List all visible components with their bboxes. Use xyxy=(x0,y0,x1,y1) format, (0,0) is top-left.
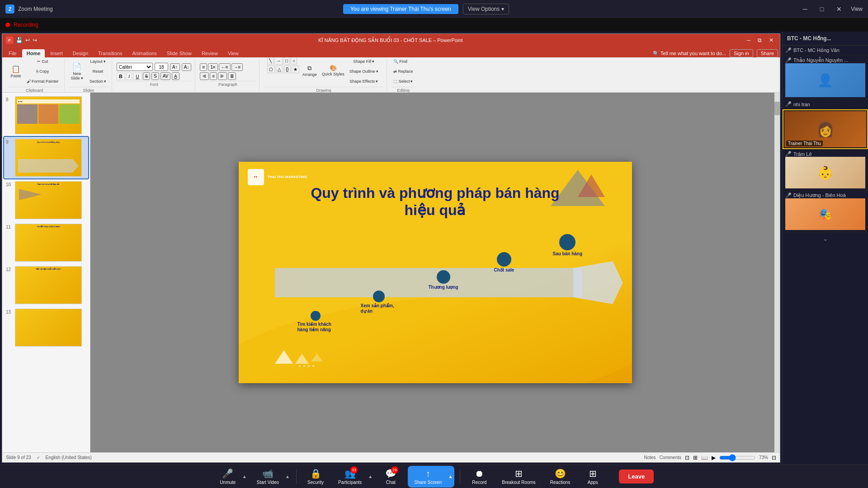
share-screen-button[interactable]: ↑ Share Screen xyxy=(409,467,447,487)
ppt-restore-button[interactable]: ⧉ xyxy=(755,37,764,44)
tab-animations[interactable]: Animations xyxy=(127,49,161,57)
slide-thumb-13[interactable]: 13 xyxy=(4,307,88,348)
fit-slide-button[interactable]: ⊡ xyxy=(772,455,776,461)
save-button[interactable]: 💾 xyxy=(16,37,23,43)
shape-rect-button[interactable]: □ xyxy=(283,57,290,65)
underline-button[interactable]: U xyxy=(133,73,142,80)
quick-styles-button[interactable]: 🎨 Quick Styles xyxy=(320,57,346,84)
shape-star-button[interactable]: ★ xyxy=(292,66,299,73)
video-caret[interactable]: ▲ xyxy=(284,473,291,480)
slide-thumb-8[interactable]: 8 ■ ■ ■ xyxy=(4,94,88,136)
zoom-slider[interactable] xyxy=(719,454,755,461)
slideshow-button[interactable]: ▶ xyxy=(712,455,716,461)
new-slide-button[interactable]: 📄 NewSlide ▾ xyxy=(69,58,85,85)
reactions-button[interactable]: 😊 Reactions xyxy=(545,466,576,487)
tab-view[interactable]: View xyxy=(223,49,243,57)
layout-button[interactable]: Layout ▾ xyxy=(88,57,108,66)
shape-oval-button[interactable]: ○ xyxy=(291,57,297,65)
maximize-button[interactable]: □ xyxy=(816,5,827,14)
redo-button[interactable]: ↪ xyxy=(33,37,37,43)
arrange-button[interactable]: ⧉ Arrange xyxy=(301,57,319,84)
tab-home[interactable]: Home xyxy=(22,49,45,57)
notes-button[interactable]: Notes xyxy=(644,455,656,460)
decrease-indent-button[interactable]: ←≡ xyxy=(219,63,231,71)
paste-button[interactable]: 📋 Paste xyxy=(9,58,23,85)
vertical-scrollbar[interactable] xyxy=(774,93,780,452)
breakout-rooms-button[interactable]: ⊞ Breakout Rooms xyxy=(496,466,541,487)
close-button[interactable]: ✕ xyxy=(833,5,845,14)
font-size-input[interactable] xyxy=(155,63,168,71)
find-button[interactable]: 🔍 Find xyxy=(392,57,409,66)
slide-thumb-10[interactable]: 10 Mạnh tính hàng bất động sản xyxy=(4,179,88,221)
slide-sorter-button[interactable]: ⊞ xyxy=(693,455,698,461)
slide-thumb-9[interactable]: 9 Quy trình và phương pháp xyxy=(4,137,88,178)
bold-button[interactable]: B xyxy=(117,73,125,80)
replace-button[interactable]: ⇄ Replace xyxy=(392,67,415,76)
ppt-minimize-button[interactable]: ─ xyxy=(744,37,753,44)
section-button[interactable]: Section ▾ xyxy=(88,77,108,86)
tab-slideshow[interactable]: Slide Show xyxy=(162,49,196,57)
tab-file[interactable]: File xyxy=(4,49,21,57)
bullets-button[interactable]: ≡ xyxy=(200,63,207,71)
record-button[interactable]: ⏺ Record xyxy=(466,467,493,487)
align-right-button[interactable]: ⫸ xyxy=(218,72,227,80)
slide-thumb-11[interactable]: 11 THUYẾT PHỤC KHÁCH HÀNG xyxy=(4,222,88,263)
increase-indent-button[interactable]: →≡ xyxy=(231,63,243,71)
select-button[interactable]: ⬚ Select ▾ xyxy=(392,77,415,86)
tab-review[interactable]: Review xyxy=(197,49,222,57)
slide-thumb-12[interactable]: 12 MỘT VÀI MẸO NHỎ CHỐT SALE xyxy=(4,264,88,306)
cut-button[interactable]: ✂ Cut xyxy=(25,57,61,66)
justify-button[interactable]: ≣ xyxy=(228,72,236,80)
shape-line-button[interactable]: ╲ xyxy=(267,57,274,65)
leave-button[interactable]: Leave xyxy=(619,469,654,483)
start-video-button[interactable]: 📹 Start Video xyxy=(251,466,284,487)
font-color-button[interactable]: A̲ xyxy=(172,72,179,80)
dieu-avatar: 🎭 xyxy=(785,198,865,230)
share-screen-caret[interactable]: ▲ xyxy=(447,473,453,480)
align-center-button[interactable]: ≡ xyxy=(210,72,217,80)
shape-arrow-button[interactable]: → xyxy=(274,57,283,65)
slide-canvas[interactable]: TT THAI THU MARKETING Quy trình và phươ xyxy=(239,162,632,383)
view-options-button[interactable]: View Options ▾ xyxy=(463,4,509,14)
align-left-button[interactable]: ⫷ xyxy=(200,72,209,80)
tab-transitions[interactable]: Transitions xyxy=(94,49,127,57)
shape-brace-button[interactable]: {} xyxy=(284,66,291,73)
security-button[interactable]: 🔒 Security xyxy=(302,466,329,487)
tab-insert[interactable]: Insert xyxy=(46,49,67,57)
char-spacing-button[interactable]: AV xyxy=(160,72,171,80)
unmute-button[interactable]: 🎤 Unmute xyxy=(214,466,241,487)
participants-button[interactable]: 👥 33 Participants xyxy=(333,466,367,487)
shape-outline-button[interactable]: Shape Outline ▾ xyxy=(348,67,380,76)
tab-design[interactable]: Design xyxy=(68,49,93,57)
increase-font-button[interactable]: A↑ xyxy=(170,63,180,71)
scroll-down-indicator[interactable]: ⌄ xyxy=(783,232,868,245)
text-shadow-button[interactable]: S xyxy=(151,72,159,80)
decrease-font-button[interactable]: A↓ xyxy=(182,63,192,71)
reset-button[interactable]: Reset xyxy=(88,67,108,76)
share-button[interactable]: Share xyxy=(757,49,778,57)
view-button[interactable]: View xyxy=(851,6,863,12)
reading-view-button[interactable]: 📖 xyxy=(701,455,708,461)
shape-pentagon-button[interactable]: ⬠ xyxy=(267,66,275,73)
ppt-close-button[interactable]: ✕ xyxy=(766,37,776,44)
numbering-button[interactable]: 1≡ xyxy=(208,63,217,71)
minimize-button[interactable]: ─ xyxy=(799,5,811,14)
comments-button[interactable]: Comments xyxy=(660,455,681,460)
font-family-select[interactable]: Calibri xyxy=(117,63,153,71)
normal-view-button[interactable]: ⊡ xyxy=(685,455,689,461)
italic-button[interactable]: I xyxy=(126,73,132,80)
copy-button[interactable]: ⎘ Copy xyxy=(25,67,61,76)
undo-button[interactable]: ↩ xyxy=(25,37,30,43)
unmute-caret[interactable]: ▲ xyxy=(241,473,248,480)
participants-caret[interactable]: ▲ xyxy=(367,473,373,480)
shape-effects-button[interactable]: Shape Effects ▾ xyxy=(348,77,380,86)
shape-fill-button[interactable]: Shape Fill ▾ xyxy=(348,57,380,66)
apps-button[interactable]: ⊞ Apps xyxy=(579,466,606,487)
chat-button[interactable]: 💬 29 Chat xyxy=(377,466,404,487)
scrollbar-thumb[interactable] xyxy=(774,102,780,115)
tell-me-input[interactable]: 🔍 Tell me what you want to do... xyxy=(653,51,726,56)
format-painter-button[interactable]: 🖌 Format Painter xyxy=(25,77,61,86)
shape-triangle-button[interactable]: △ xyxy=(276,66,283,73)
sign-in-button[interactable]: Sign in xyxy=(730,49,753,57)
strikethrough-button[interactable]: S̶ xyxy=(143,72,150,80)
